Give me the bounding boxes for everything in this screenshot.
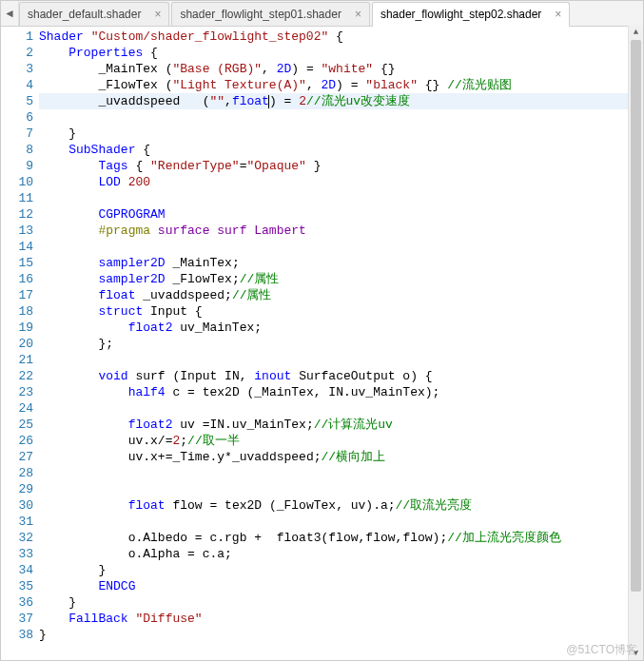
token-str: "Diffuse": [135, 612, 202, 626]
code-line[interactable]: [39, 514, 643, 530]
code-line[interactable]: #pragma surface surf Lambert: [39, 223, 643, 239]
token-op: (: [262, 498, 277, 513]
code-line[interactable]: Properties {: [39, 45, 643, 61]
vertical-scrollbar[interactable]: ▲ ▼: [628, 26, 643, 660]
token-kw: Tags: [98, 159, 127, 173]
code-line[interactable]: float flow = tex2D (_FlowTex, uv).a;//取流…: [39, 497, 643, 514]
code-line[interactable]: [39, 465, 643, 481]
code-line[interactable]: SubShader {: [39, 142, 643, 158]
code-line[interactable]: }: [39, 594, 643, 611]
code-line[interactable]: }: [39, 126, 643, 142]
code-line[interactable]: struct Input {: [39, 303, 643, 320]
token-ident: _uvaddspeed: [143, 288, 224, 302]
line-number: 11: [1, 190, 33, 206]
line-number: 12: [1, 206, 33, 223]
token-op: [143, 304, 150, 319]
code-line[interactable]: [39, 481, 643, 497]
code-line[interactable]: _uvaddspeed ("",float) = 2//流光uv改变速度: [39, 93, 643, 109]
code-line[interactable]: uv.x+=_Time.y*_uvaddspeed;//横向加上: [39, 449, 643, 465]
code-line[interactable]: float2 uv =IN.uv_MainTex;//计算流光uv: [39, 417, 643, 433]
code-line[interactable]: uv.x/=2;//取一半: [39, 433, 643, 449]
token-op: [121, 175, 128, 189]
code-line[interactable]: [39, 109, 643, 126]
token-ident: uv.x: [128, 450, 158, 464]
line-number: 13: [1, 223, 33, 239]
token-op: [39, 579, 98, 593]
token-kw: float2: [128, 321, 173, 335]
token-ident: flow: [172, 498, 202, 513]
code-line[interactable]: o.Alpha = c.a;: [39, 546, 643, 562]
token-str: "Opaque": [246, 159, 305, 173]
token-ident: flow: [365, 531, 395, 545]
token-kw: inout: [254, 369, 291, 383]
code-line[interactable]: ENDCG: [39, 578, 643, 594]
watermark-text: @51CTO博客: [566, 642, 637, 658]
code-line[interactable]: float _uvaddspeed;//属性: [39, 287, 643, 303]
tab-label: shader_default.shader: [28, 8, 141, 21]
token-op: ;: [314, 450, 322, 464]
code-line[interactable]: [39, 400, 643, 417]
token-ident: _MainTex: [98, 62, 157, 76]
token-op: =: [203, 498, 224, 513]
tab-nav-prev[interactable]: ◄: [1, 1, 19, 26]
token-op: {}: [418, 78, 447, 92]
code-line[interactable]: _MainTex ("Base (RGB)", 2D) = "white" {}: [39, 61, 643, 77]
code-line[interactable]: [39, 352, 643, 368]
code-editor[interactable]: 1234567891011121314151617181920212223242…: [1, 27, 643, 660]
token-ident: float3: [277, 531, 322, 545]
line-number: 6: [1, 109, 33, 126]
line-number: 14: [1, 239, 33, 255]
code-line[interactable]: }: [39, 627, 643, 643]
token-op: =: [195, 418, 210, 432]
token-kw: ENDCG: [98, 579, 135, 593]
token-op: [39, 46, 68, 60]
tab[interactable]: shader_default.shader×: [19, 2, 169, 26]
line-number: 17: [1, 287, 33, 303]
code-line[interactable]: sampler2D _FlowTex;//属性: [39, 271, 643, 287]
token-ident: uv.x: [128, 434, 158, 448]
token-op: (: [158, 62, 173, 76]
token-comment: //加上流光亮度颜色: [447, 531, 561, 545]
line-number: 21: [1, 352, 33, 368]
close-icon[interactable]: ×: [154, 8, 161, 21]
close-icon[interactable]: ×: [555, 8, 561, 21]
close-icon[interactable]: ×: [355, 8, 361, 21]
token-kw: float: [232, 94, 269, 108]
line-number: 37: [1, 611, 33, 627]
token-op: }: [306, 159, 322, 173]
token-op: ,: [336, 498, 351, 513]
code-line[interactable]: [39, 239, 643, 255]
code-line[interactable]: LOD 200: [39, 174, 643, 190]
token-ident: uv: [351, 498, 366, 513]
code-line[interactable]: _FlowTex ("Light Texture(A)", 2D) = "bla…: [39, 77, 643, 93]
tab[interactable]: shader_flowlight_step02.shader×: [372, 2, 570, 27]
token-op: {: [128, 159, 150, 173]
code-line[interactable]: void surf (Input IN, inout SurfaceOutput…: [39, 368, 643, 384]
code-line[interactable]: Shader "Custom/shader_flowlight_step02" …: [39, 29, 643, 45]
code-line[interactable]: CGPROGRAM: [39, 206, 643, 223]
code-line[interactable]: float2 uv_MainTex;: [39, 320, 643, 336]
token-comment: //属性: [240, 272, 280, 286]
token-ident: _MainTex: [254, 385, 313, 399]
line-number-gutter: 1234567891011121314151617181920212223242…: [1, 27, 39, 660]
token-op: ,: [306, 78, 322, 92]
token-str: "Base (RGB)": [172, 62, 262, 76]
code-line[interactable]: }: [39, 562, 643, 578]
token-kw: CGPROGRAM: [98, 207, 165, 222]
token-op: [39, 175, 98, 189]
code-line[interactable]: o.Albedo = c.rgb + float3(flow,flow,flow…: [39, 530, 643, 546]
scroll-thumb[interactable]: [631, 40, 641, 592]
code-line[interactable]: FallBack "Diffuse": [39, 611, 643, 627]
tab[interactable]: shader_flowlight_step01.shader×: [171, 2, 369, 26]
code-line[interactable]: sampler2D _MainTex;: [39, 255, 643, 271]
code-area[interactable]: Shader "Custom/shader_flowlight_step02" …: [39, 27, 643, 660]
code-line[interactable]: [39, 190, 643, 206]
code-line[interactable]: half4 c = tex2D (_MainTex, IN.uv_MainTex…: [39, 384, 643, 400]
line-number: 25: [1, 417, 33, 433]
line-number: 10: [1, 174, 33, 190]
scroll-up-icon[interactable]: ▲: [629, 26, 643, 39]
token-comment: //取一半: [187, 434, 240, 448]
code-line[interactable]: };: [39, 336, 643, 352]
code-line[interactable]: Tags { "RenderType"="Opaque" }: [39, 158, 643, 174]
tab-bar: ◄ shader_default.shader×shader_flowlight…: [1, 1, 643, 27]
